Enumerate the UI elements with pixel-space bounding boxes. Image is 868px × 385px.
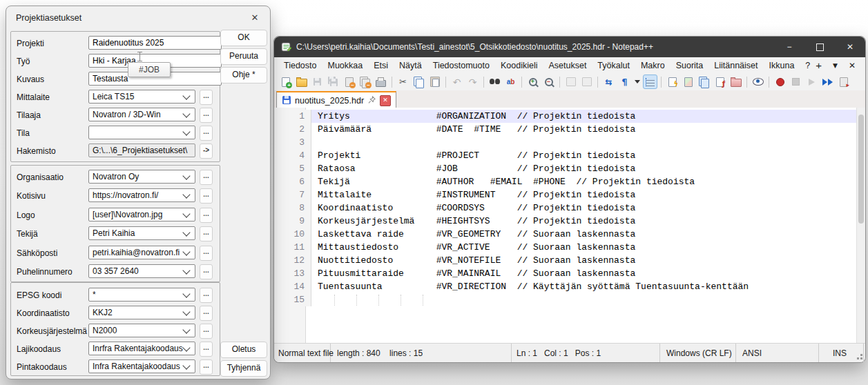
epsg-combo[interactable]: * — [88, 288, 195, 302]
menu-makro[interactable]: Makro — [635, 58, 671, 73]
menu-nayta[interactable]: Näytä — [394, 58, 427, 73]
maximize-button[interactable] — [804, 37, 835, 57]
tekija-browse-button[interactable]: … — [200, 226, 213, 241]
mittalaite-browse-button[interactable]: … — [200, 90, 213, 105]
word-wrap-button[interactable]: ⇆ — [601, 75, 616, 89]
sahkoposti-combo[interactable]: petri.kaihia@novatron.fi — [88, 246, 195, 259]
find-button[interactable] — [488, 75, 502, 89]
menu-koodikieli[interactable]: Koodikieli — [495, 58, 543, 73]
sync-scroll-horizontal-button[interactable] — [579, 75, 594, 89]
menu-asetukset[interactable]: Asetukset — [543, 58, 592, 73]
clear-button[interactable]: Tyhjennä — [220, 360, 267, 377]
ok-button[interactable]: OK — [220, 30, 267, 46]
pintakoodaus-browse-button[interactable]: … — [200, 359, 213, 375]
korkeusjarjestelma-browse-button[interactable]: … — [200, 324, 213, 339]
vertical-scrollbar[interactable] — [856, 108, 865, 344]
puhelinnumero-combo[interactable]: 03 357 2640 — [88, 264, 195, 278]
lajikoodaus-combo[interactable]: Inrfra Rakentajakoodaus — [88, 342, 195, 355]
close-file-button[interactable]: − — [342, 75, 356, 89]
dialog-close-icon[interactable]: ✕ — [249, 12, 261, 24]
sahkoposti-browse-button[interactable]: … — [200, 246, 213, 261]
kotisivu-browse-button[interactable]: … — [200, 188, 213, 204]
sync-scroll-vertical-button[interactable] — [563, 75, 578, 89]
cancel-button[interactable]: Peruuta — [220, 48, 267, 65]
menu-tyokalut[interactable]: Työkalut — [592, 58, 635, 73]
koordinaatisto-combo[interactable]: KKJ2 — [88, 306, 195, 319]
menu-etsi[interactable]: Etsi — [368, 58, 394, 73]
close-button[interactable]: ✕ — [835, 37, 865, 57]
macro-record-button[interactable] — [773, 75, 787, 89]
new-tab-button[interactable]: + — [816, 60, 822, 70]
default-button[interactable]: Oletus — [220, 342, 267, 358]
projekti-input[interactable] — [88, 36, 222, 50]
show-all-characters-dropdown[interactable] — [633, 75, 642, 89]
editor-line: 8Koordinaatisto #COORDSYS // Projektin t… — [274, 201, 857, 215]
monitoring-eye-button[interactable] — [751, 75, 765, 89]
logo-combo[interactable]: [user]\Novatron.jpg — [88, 208, 195, 221]
status-insert-mode[interactable]: INS — [819, 344, 864, 362]
close-all-files-button[interactable]: − — [358, 75, 372, 89]
menu-suorita[interactable]: Suorita — [671, 58, 709, 73]
resize-grip[interactable] — [860, 357, 862, 359]
copy-button[interactable] — [412, 75, 426, 89]
organisaatio-combo[interactable]: Novatron Oy — [88, 170, 195, 184]
puhelinnumero-browse-button[interactable]: … — [200, 264, 213, 279]
tab-list-icon[interactable]: ▼ — [833, 62, 838, 69]
macro-run-multiple-button[interactable] — [820, 75, 835, 89]
titlebar[interactable]: C:\Users\petri.kaihia\Documents\Testi_ai… — [274, 37, 865, 57]
tab-close-icon[interactable]: ✕ — [380, 95, 391, 106]
status-encoding[interactable]: ANSI — [736, 344, 819, 362]
zoom-out-button[interactable]: − — [541, 75, 556, 89]
save-all-button[interactable] — [326, 75, 340, 89]
pintakoodaus-combo[interactable]: Infra Rakentajakoodaus — [88, 359, 195, 373]
lajikoodaus-browse-button[interactable]: … — [200, 342, 213, 357]
logo-browse-button[interactable]: … — [200, 208, 213, 223]
kotisivu-combo[interactable]: https://novatron.fi/ — [88, 188, 195, 202]
tilaaja-browse-button[interactable]: … — [200, 108, 213, 123]
undo-button[interactable]: ↶ — [450, 75, 464, 89]
save-button[interactable] — [310, 75, 325, 89]
cut-button[interactable]: ✂ — [396, 75, 410, 89]
status-eol-format[interactable]: Windows (CR LF) — [660, 344, 736, 362]
show-indent-guide-button[interactable] — [643, 75, 657, 89]
folder-as-workspace-button[interactable] — [729, 75, 743, 89]
koordinaatisto-browse-button[interactable]: … — [200, 306, 213, 321]
editor[interactable]: 1Yritys #ORGANIZATION // Projektin tiedo… — [274, 108, 865, 344]
open-folder-button[interactable] — [294, 75, 309, 89]
korkeusjarjestelma-combo[interactable]: N2000 — [88, 324, 195, 337]
replace-button[interactable]: ab — [503, 75, 518, 89]
macro-stop-button[interactable] — [789, 75, 803, 89]
epsg-browse-button[interactable]: … — [200, 288, 213, 303]
function-list-button[interactable]: ƒ — [713, 75, 727, 89]
print-button[interactable] — [374, 75, 388, 89]
redo-button[interactable]: ↷ — [465, 75, 480, 89]
macro-play-button[interactable] — [804, 75, 819, 89]
tab-nuotitus-2025[interactable]: nuotitus_2025.hdr ✕ — [276, 91, 396, 109]
menu-ikkuna[interactable]: Ikkuna — [764, 58, 800, 73]
mittalaite-combo[interactable]: Leica TS15 — [88, 90, 195, 103]
menu-tiedosto[interactable]: Tiedosto — [278, 58, 322, 73]
minimize-button[interactable]: − — [774, 37, 804, 57]
help-button[interactable]: Ohje * — [220, 67, 267, 83]
new-file-button[interactable]: + — [278, 75, 293, 89]
menu-tiedostomuoto[interactable]: Tiedostomuoto — [427, 58, 495, 73]
menu-liitannaiset[interactable]: Liitännäiset — [708, 58, 763, 73]
scrollbar-thumb[interactable] — [858, 115, 864, 224]
document-list-button[interactable] — [697, 75, 711, 89]
menu-help[interactable]: ? — [800, 58, 816, 73]
open-directory-button[interactable]: -> — [200, 144, 213, 159]
close-tab-button[interactable]: ✕ — [849, 61, 856, 70]
tila-browse-button[interactable]: … — [200, 126, 213, 141]
menu-muokkaa[interactable]: Muokkaa — [322, 58, 368, 73]
pin-icon[interactable] — [367, 95, 376, 106]
tila-combo[interactable] — [88, 126, 195, 139]
organisaatio-browse-button[interactable]: … — [200, 170, 213, 185]
show-all-characters-button[interactable]: ¶ — [617, 75, 632, 89]
tilaaja-combo[interactable]: Novatron / 3D-Win — [88, 108, 195, 121]
paste-button[interactable] — [427, 75, 442, 89]
macro-save-button[interactable]: ▸ — [836, 75, 851, 89]
document-map-button[interactable] — [681, 75, 695, 89]
doc-shortcut-button[interactable]: ϟ — [665, 75, 679, 89]
tekija-combo[interactable]: Petri Kaihia — [88, 226, 195, 240]
zoom-in-button[interactable]: + — [525, 75, 540, 89]
